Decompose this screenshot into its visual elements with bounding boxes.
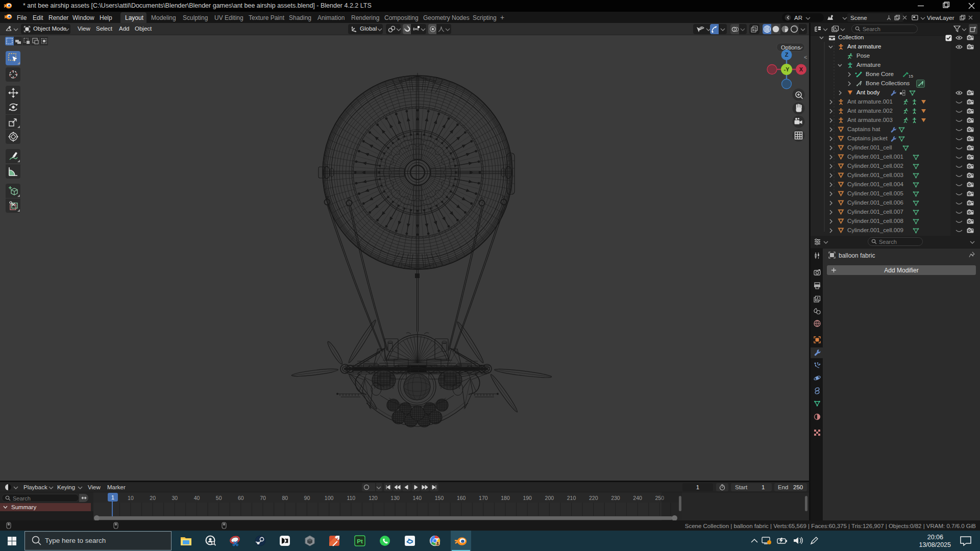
- svg-text:Pt: Pt: [357, 538, 363, 544]
